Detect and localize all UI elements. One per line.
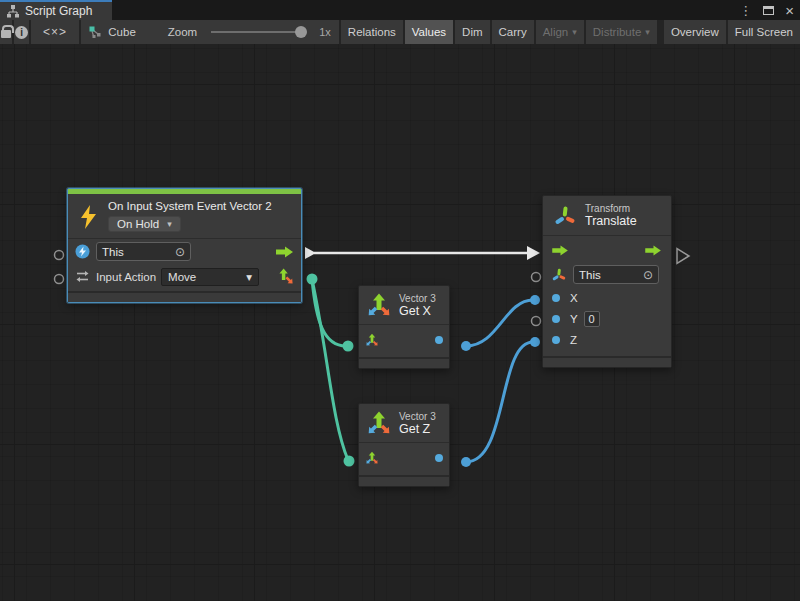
toolbar-button-values[interactable]: Values [405,20,453,44]
translate-this-row: This ⊙ [543,262,671,287]
port-triangle-translate-out[interactable] [677,249,689,264]
menu-kebab-icon[interactable]: ⋮ [739,4,752,17]
vector3-icon [366,410,392,436]
input-action-label: Input Action [96,271,156,283]
port-dot-z[interactable] [552,336,560,344]
control-wire-end-arrow [527,246,540,260]
lightning-bolt-icon [79,204,98,230]
node-category: Transform [585,203,637,214]
edit-source-button[interactable]: <×> [31,20,79,44]
chevron-down-icon: ▾ [572,27,577,37]
node-footer [359,357,449,368]
translate-header: Transform Translate [543,196,671,236]
chevron-down-icon: ▾ [246,270,252,284]
close-icon[interactable]: × [785,3,794,18]
node-vector3-get-x[interactable]: Vector 3 Get X [358,285,450,369]
control-input-arrow-icon[interactable] [552,245,569,256]
vector2-output-icon[interactable] [277,268,294,285]
graph-context-segment: Cube Zoom 1x [81,20,339,44]
zoom-value: 1x [319,26,331,38]
tab-script-graph[interactable]: Script Graph [0,0,112,20]
target-select-icon[interactable]: ⊙ [175,246,185,258]
wire-endpoint [307,274,318,285]
wire-vector2-to-getz[interactable] [312,279,348,460]
node-title: Get X [399,304,436,318]
port-dot-output[interactable] [435,336,443,344]
toolbar-button-dim[interactable]: Dim [455,20,489,44]
input-action-icon [75,269,90,284]
graph-tree-icon [6,4,20,18]
translate-port-x-row: X [543,287,671,308]
code-icon: <×> [43,25,67,39]
event-this-row: This ⊙ [68,239,301,264]
wire-endpoint [344,456,355,467]
wire-endpoint [461,341,471,351]
translate-port-y-row: Y 0 [543,308,671,329]
event-mode-dropdown[interactable]: On Hold ▾ [108,216,181,232]
node-title: On Input System Event Vector 2 [108,200,293,212]
node-category: Vector 3 [399,411,436,422]
lock-button[interactable] [0,20,12,44]
toolbar-button-relations[interactable]: Relations [341,20,403,44]
toolbar-button-full-screen[interactable]: Full Screen [728,20,800,44]
node-title: Get Z [399,422,436,436]
lock-icon [1,30,11,38]
vector3-input-icon[interactable] [365,333,379,347]
control-output-arrow-icon[interactable] [276,246,294,258]
port-circle-translate-y[interactable] [532,317,541,326]
port-y-value-input[interactable]: 0 [584,311,600,327]
getz-header: Vector 3 Get Z [359,404,449,443]
event-this-field[interactable]: This ⊙ [96,242,191,261]
node-footer [68,291,301,302]
getx-header: Vector 3 Get X [359,286,449,325]
port-circle-translate-this[interactable] [532,273,541,282]
toolbar-button-overview[interactable]: Overview [664,20,726,44]
port-circle-event-action[interactable] [55,275,64,284]
translate-control-row [543,238,671,262]
translate-this-field[interactable]: This ⊙ [573,265,659,284]
maximize-icon[interactable] [763,6,774,15]
tab-label: Script Graph [25,4,92,18]
port-dot-output[interactable] [435,454,443,462]
chevron-down-icon: ▾ [167,219,172,229]
chevron-down-icon: ▾ [645,27,650,37]
port-dot-x[interactable] [552,294,560,302]
wire-endpoint [461,457,471,467]
vector3-input-icon[interactable] [365,451,379,465]
translate-port-z-row: Z [543,329,671,350]
graph-canvas[interactable]: On Input System Event Vector 2 On Hold ▾… [0,44,800,601]
tab-bar: Script Graph ⋮ × [0,0,800,20]
zoom-slider[interactable] [211,31,303,33]
port-label-z: Z [570,334,577,346]
vector3-icon [366,292,392,318]
toolbar-button-carry[interactable]: Carry [492,20,534,44]
toolbar-button-distribute[interactable]: Distribute ▾ [586,20,657,44]
target-select-icon[interactable]: ⊙ [643,269,653,281]
input-system-icon [75,244,90,259]
node-on-input-system-event[interactable]: On Input System Event Vector 2 On Hold ▾… [67,188,302,303]
event-header: On Input System Event Vector 2 On Hold ▾ [68,194,301,238]
node-footer [543,356,671,367]
port-circle-event-this[interactable] [55,251,64,260]
inspect-button[interactable]: i [14,20,29,44]
input-action-dropdown[interactable]: Move ▾ [161,268,259,286]
transform-icon [554,205,576,227]
node-transform-translate[interactable]: Transform Translate [542,195,672,368]
zoom-slider-handle[interactable] [295,26,307,38]
control-output-arrow-icon[interactable] [645,245,662,256]
port-label-x: X [570,292,578,304]
node-footer [359,475,449,486]
window-controls: ⋮ × [739,0,794,20]
toolbar-button-align[interactable]: Align ▾ [536,20,584,44]
event-action-row: Input Action Move ▾ [68,264,301,289]
port-dot-y[interactable] [552,315,560,323]
port-label-y: Y [570,313,578,325]
zoom-label: Zoom [168,26,197,38]
wire-getz-to-z[interactable] [466,342,533,462]
toolbar: i <×> Cube Zoom 1x Relations Values [0,20,800,44]
node-vector3-get-z[interactable]: Vector 3 Get Z [358,403,450,487]
wire-getx-to-x[interactable] [466,300,533,346]
graph-breadcrumb[interactable]: Cube [108,26,136,38]
node-title: Translate [585,214,637,228]
getz-body [359,443,449,473]
